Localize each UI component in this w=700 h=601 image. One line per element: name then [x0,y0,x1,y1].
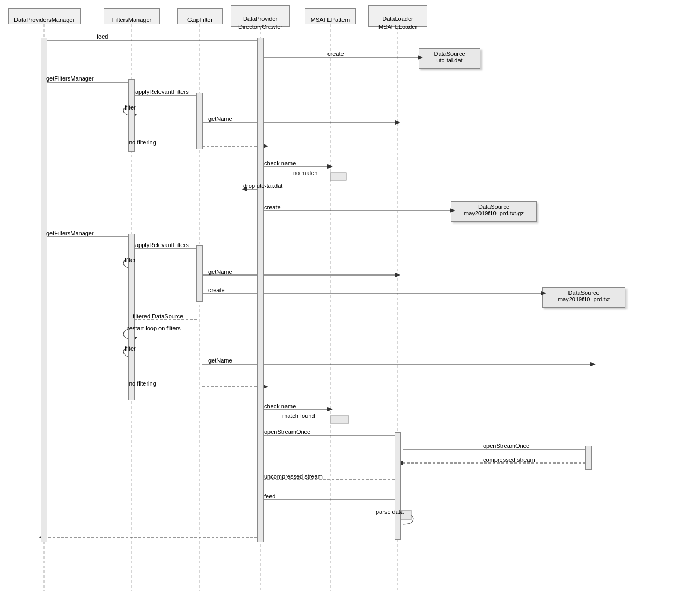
lifeline-box-msafe: MSAFEPattern [305,8,356,24]
label-feed-1: feed [97,33,108,40]
svg-marker-31 [395,273,400,277]
label-nofiltering-2: no filtering [129,380,156,387]
label-openstreamonce-2: openStreamOnce [483,443,529,449]
label-create-1: create [327,50,344,57]
activation-dc [257,38,264,542]
activation-dpm [41,38,47,542]
label-applyrelevantfilters-2: applyRelevantFilters [135,242,189,248]
label-checkname-1: check name [264,160,296,166]
svg-marker-42 [327,407,333,411]
label-nomatch: no match [293,170,317,176]
label-nofiltering-1: no filtering [129,139,156,146]
activation-ml [395,432,401,540]
label-compressedstream: compressed stream [483,457,535,463]
lifeline-box-gf: GzipFilter [177,8,223,24]
lifeline-box-dpm: DataProvidersManager [8,8,81,24]
svg-rect-21 [330,173,346,180]
label-openstreamonce-1: openStreamOnce [264,429,310,435]
label-droputctai: drop utc-tai.dat [243,183,282,189]
label-getname-3: getName [208,357,232,364]
datasource-utc-tai: DataSourceutc-tai.dat [419,48,480,69]
label-filter-2: filter [125,257,136,263]
activation-gf-2 [196,245,203,302]
svg-marker-18 [263,144,268,148]
label-getfiltersmanager-2: getFiltersManager [46,230,94,236]
label-filter-3: filter [125,345,136,352]
label-matchfound: match found [282,412,315,419]
label-applyrelevantfilters-1: applyRelevantFilters [135,89,189,95]
sequence-diagram: DataProvidersManager FiltersManager Gzip… [0,0,700,601]
svg-marker-20 [327,164,333,169]
svg-rect-43 [330,416,349,423]
svg-marker-40 [263,385,268,389]
svg-marker-16 [395,120,400,125]
label-parsedata: parse data [376,509,404,515]
datasource-may2019txt: DataSourcemay2019f10_prd.txt [542,287,625,308]
label-feed-2: feed [264,493,275,499]
label-checkname-2: check name [264,403,296,409]
label-uncompressedstream: uncompressed stream [264,473,323,480]
label-getname-2: getName [208,269,232,275]
lifeline-box-dlml: DataLoaderMSAFELoader [368,5,427,27]
label-restartloop: restart loop on filters [127,325,181,331]
label-create-3: create [208,287,225,293]
activation-gf-1 [196,93,203,149]
activation-gz-stream [585,446,592,470]
label-create-2: create [264,204,281,211]
label-getname-1: getName [208,115,232,122]
label-getfiltersmanager-1: getFiltersManager [46,75,94,82]
label-filter-1: filter [125,104,136,111]
svg-marker-38 [590,362,596,366]
label-filtereddatasource: filtered DataSource [133,313,183,320]
lifeline-box-fm: FiltersManager [104,8,160,24]
lifeline-box-dpdc: DataProviderDirectoryCrawler [231,5,290,27]
datasource-may2019gz: DataSourcemay2019f10_prd.txt.gz [451,201,537,222]
